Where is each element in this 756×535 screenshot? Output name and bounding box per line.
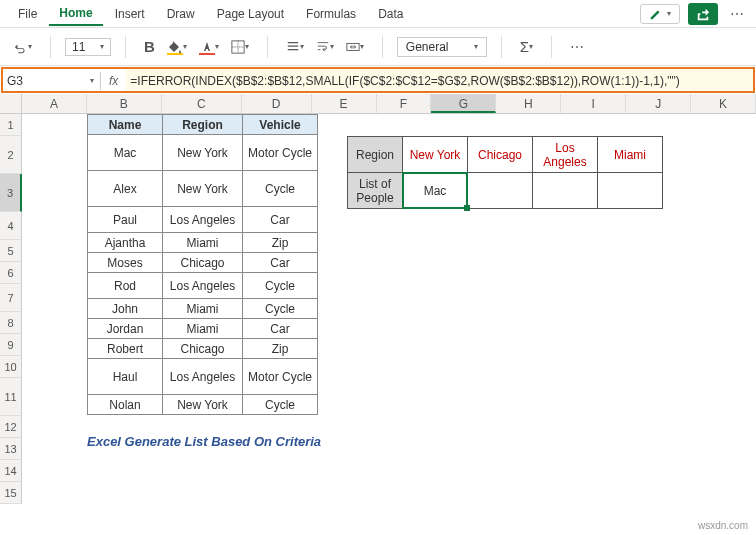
col-header[interactable]: H — [496, 94, 561, 113]
autosum-button[interactable]: Σ▾ — [516, 36, 537, 57]
cell[interactable]: Los Angeles — [163, 273, 243, 299]
cell[interactable]: John — [88, 299, 163, 319]
pen-button[interactable]: ▾ — [640, 4, 680, 24]
col-header[interactable]: I — [561, 94, 626, 113]
cell[interactable]: Zip — [243, 339, 318, 359]
col-header[interactable]: D — [242, 94, 312, 113]
cell[interactable]: Chicago — [163, 253, 243, 273]
row-header[interactable]: 13 — [0, 438, 22, 460]
cell[interactable]: List of People — [348, 173, 403, 209]
merge-button[interactable]: ▾ — [342, 38, 368, 56]
cell[interactable]: Cycle — [243, 171, 318, 207]
cell[interactable]: New York — [163, 135, 243, 171]
cell[interactable]: Miami — [163, 319, 243, 339]
formula-input[interactable]: =IFERROR(INDEX($B$2:$B$12,SMALL(IF($C$2:… — [126, 69, 755, 92]
cell[interactable]: Los Angeles — [163, 207, 243, 233]
number-format-selector[interactable]: General▾ — [397, 37, 487, 57]
cell[interactable]: Cycle — [243, 395, 318, 415]
menu-draw[interactable]: Draw — [157, 3, 205, 25]
col-header[interactable]: F — [377, 94, 432, 113]
menu-home[interactable]: Home — [49, 2, 102, 26]
row-header[interactable]: 15 — [0, 482, 22, 504]
cell[interactable]: Chicago — [468, 137, 533, 173]
cell[interactable]: Los Angeles — [533, 137, 598, 173]
bold-button[interactable]: B — [140, 36, 159, 57]
cell[interactable]: Cycle — [243, 273, 318, 299]
cell[interactable]: Ajantha — [88, 233, 163, 253]
row-header[interactable]: 8 — [0, 312, 22, 334]
row-header[interactable]: 5 — [0, 240, 22, 262]
cell[interactable]: Motor Cycle — [243, 359, 318, 395]
cell-grid[interactable]: Name Region Vehicle MacNew YorkMotor Cyc… — [22, 114, 756, 504]
cell[interactable]: Los Angeles — [163, 359, 243, 395]
align-button[interactable]: ▾ — [282, 38, 308, 56]
cell[interactable]: Zip — [243, 233, 318, 253]
cell[interactable]: Jordan — [88, 319, 163, 339]
cell[interactable]: Car — [243, 207, 318, 233]
col-header[interactable]: B — [87, 94, 162, 113]
cell[interactable]: Miami — [163, 233, 243, 253]
row-header[interactable]: 12 — [0, 416, 22, 438]
cell[interactable]: Miami — [163, 299, 243, 319]
cell[interactable]: Nolan — [88, 395, 163, 415]
col-header[interactable]: K — [691, 94, 756, 113]
row-header[interactable]: 10 — [0, 356, 22, 378]
cell[interactable] — [533, 173, 598, 209]
undo-button[interactable]: ▾ — [10, 38, 36, 56]
row-header[interactable]: 6 — [0, 262, 22, 284]
fill-color-button[interactable]: ▾ — [163, 37, 191, 57]
cell[interactable]: Rod — [88, 273, 163, 299]
menu-data[interactable]: Data — [368, 3, 413, 25]
more-button[interactable]: ⋯ — [726, 4, 748, 24]
cell[interactable]: Miami — [598, 137, 663, 173]
font-color-button[interactable]: ▾ — [195, 37, 223, 57]
row-header[interactable]: 14 — [0, 460, 22, 482]
name-box[interactable]: G3▾ — [1, 72, 101, 90]
toolbar-more-button[interactable]: ⋯ — [566, 37, 588, 57]
wrap-text-button[interactable]: ▾ — [312, 38, 338, 56]
menu-formulas[interactable]: Formulas — [296, 3, 366, 25]
fx-label[interactable]: fx — [101, 74, 126, 88]
col-header[interactable]: A — [22, 94, 87, 113]
table-header[interactable]: Vehicle — [243, 115, 318, 135]
active-cell[interactable]: Mac — [403, 173, 468, 209]
cell[interactable]: Haul — [88, 359, 163, 395]
row-header[interactable]: 2 — [0, 136, 22, 174]
table-header[interactable]: Region — [163, 115, 243, 135]
col-header[interactable]: C — [162, 94, 242, 113]
menu-file[interactable]: File — [8, 3, 47, 25]
cell[interactable]: Paul — [88, 207, 163, 233]
menu-page-layout[interactable]: Page Layout — [207, 3, 294, 25]
cell[interactable] — [468, 173, 533, 209]
border-button[interactable]: ▾ — [227, 38, 253, 56]
cell[interactable]: Alex — [88, 171, 163, 207]
cell[interactable]: Region — [348, 137, 403, 173]
font-size-selector[interactable]: 11▾ — [65, 38, 111, 56]
col-header[interactable]: J — [626, 94, 691, 113]
cell[interactable]: Car — [243, 253, 318, 273]
table-header[interactable]: Name — [88, 115, 163, 135]
row-header[interactable]: 11 — [0, 378, 22, 416]
cell[interactable]: Cycle — [243, 299, 318, 319]
row-header[interactable]: 1 — [0, 114, 22, 136]
select-all-corner[interactable] — [0, 94, 22, 113]
cell[interactable]: New York — [403, 137, 468, 173]
share-button[interactable] — [688, 3, 718, 25]
row-header[interactable]: 9 — [0, 334, 22, 356]
cell[interactable]: New York — [163, 395, 243, 415]
cell[interactable]: Chicago — [163, 339, 243, 359]
menu-insert[interactable]: Insert — [105, 3, 155, 25]
cell[interactable]: Motor Cycle — [243, 135, 318, 171]
cell[interactable]: Car — [243, 319, 318, 339]
col-header[interactable]: G — [431, 94, 496, 113]
cell[interactable] — [598, 173, 663, 209]
col-header[interactable]: E — [312, 94, 377, 113]
chevron-down-icon: ▾ — [667, 9, 671, 18]
cell[interactable]: Robert — [88, 339, 163, 359]
row-header[interactable]: 7 — [0, 284, 22, 312]
cell[interactable]: New York — [163, 171, 243, 207]
cell[interactable]: Mac — [88, 135, 163, 171]
row-header[interactable]: 3 — [0, 174, 22, 212]
cell[interactable]: Moses — [88, 253, 163, 273]
row-header[interactable]: 4 — [0, 212, 22, 240]
